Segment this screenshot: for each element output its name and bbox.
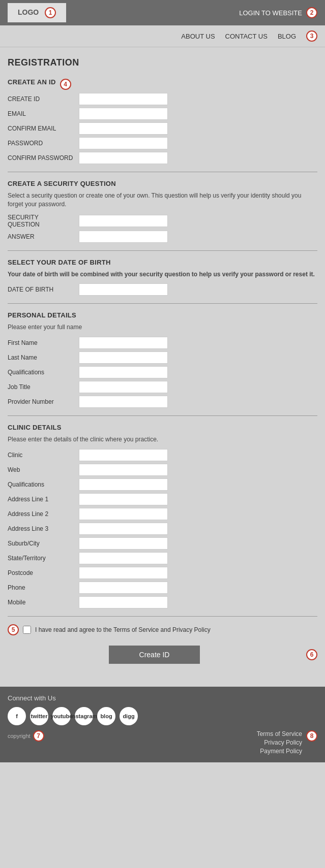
payment-policy-link[interactable]: Payment Policy xyxy=(260,748,302,755)
divider-2 xyxy=(8,250,317,251)
input-web[interactable] xyxy=(79,464,168,476)
label-email: EMAIL xyxy=(8,110,79,117)
input-qualifications[interactable] xyxy=(79,366,168,378)
input-confirm-password[interactable] xyxy=(79,152,168,164)
field-row-first-name: First Name xyxy=(8,337,317,349)
field-row-create-id: CREATE ID xyxy=(8,93,317,105)
create-id-title: CREATE AN ID xyxy=(8,78,56,86)
input-suburb[interactable] xyxy=(79,537,168,550)
header: LOGO 1 LOGIN TO WEBSITE 2 xyxy=(0,0,325,25)
dob-section: SELECT YOUR DATE OF BIRTH Your date of b… xyxy=(8,259,317,296)
input-address3[interactable] xyxy=(79,523,168,535)
clinic-desc: Please enter the details of the clinic w… xyxy=(8,435,317,444)
submit-badge: 6 xyxy=(306,649,317,660)
social-youtube[interactable]: youtube xyxy=(52,707,71,725)
input-address1[interactable] xyxy=(79,493,168,505)
terms-label: I have read and agree to the Terms of Se… xyxy=(35,626,211,633)
input-provider-number[interactable] xyxy=(79,396,168,408)
input-email[interactable] xyxy=(79,108,168,120)
login-area[interactable]: LOGIN TO WEBSITE 2 xyxy=(239,7,317,18)
nav-about-us[interactable]: ABOUT US xyxy=(181,33,215,40)
login-link[interactable]: LOGIN TO WEBSITE xyxy=(239,9,302,17)
field-row-web: Web xyxy=(8,464,317,476)
field-row-email: EMAIL xyxy=(8,108,317,120)
social-digg[interactable]: digg xyxy=(120,707,138,725)
footer-links: Terms of Service Privacy Policy Payment … xyxy=(257,730,302,755)
field-row-clinic: Clinic xyxy=(8,449,317,461)
dob-title: SELECT YOUR DATE OF BIRTH xyxy=(8,259,317,266)
footer-bottom: copyright 7 Terms of Service Privacy Pol… xyxy=(8,730,317,755)
connect-title: Connect with Us xyxy=(8,694,317,702)
input-password[interactable] xyxy=(79,137,168,149)
label-address2: Address Line 2 xyxy=(8,510,79,518)
terms-row: 5 I have read and agree to the Terms of … xyxy=(8,624,317,635)
input-mobile[interactable] xyxy=(79,596,168,608)
field-row-job-title: Job Title xyxy=(8,381,317,393)
page-title: REGISTRATION xyxy=(8,57,317,68)
footer-badge: 8 xyxy=(306,730,317,742)
input-security-question[interactable] xyxy=(79,215,168,227)
personal-desc: Please enter your full name xyxy=(8,323,317,332)
label-provider-number: Provider Number xyxy=(8,398,79,405)
field-row-provider-number: Provider Number xyxy=(8,396,317,408)
label-address1: Address Line 1 xyxy=(8,496,79,503)
field-row-address3: Address Line 3 xyxy=(8,523,317,535)
input-state[interactable] xyxy=(79,552,168,564)
field-row-mobile: Mobile xyxy=(8,596,317,608)
field-row-postcode: Postcode xyxy=(8,567,317,579)
create-id-button[interactable]: Create ID xyxy=(109,646,200,664)
label-suburb: Suburb/City xyxy=(8,540,79,547)
clinic-title: CLINIC DETAILS xyxy=(8,424,317,431)
label-address3: Address Line 3 xyxy=(8,525,79,532)
field-row-phone: Phone xyxy=(8,582,317,594)
social-facebook[interactable]: f xyxy=(8,707,26,725)
label-clinic-qualifications: Qualifications xyxy=(8,481,79,488)
field-row-qualifications: Qualifications xyxy=(8,366,317,378)
logo: LOGO 1 xyxy=(8,3,66,22)
input-clinic-qualifications[interactable] xyxy=(79,478,168,491)
label-first-name: First Name xyxy=(8,339,79,346)
label-clinic: Clinic xyxy=(8,452,79,459)
social-blog[interactable]: blog xyxy=(97,707,115,725)
terms-of-service-link[interactable]: Terms of Service xyxy=(257,730,302,737)
input-dob[interactable] xyxy=(79,283,168,296)
input-confirm-email[interactable] xyxy=(79,122,168,135)
social-instagram[interactable]: instagram xyxy=(75,707,93,725)
nav-contact-us[interactable]: CONTACT US xyxy=(225,33,268,40)
input-clinic[interactable] xyxy=(79,449,168,461)
social-row: f twitter youtube instagram blog digg xyxy=(8,707,317,725)
field-row-last-name: Last Name xyxy=(8,351,317,364)
input-job-title[interactable] xyxy=(79,381,168,393)
logo-badge: 1 xyxy=(45,7,56,18)
nav-badge: 3 xyxy=(306,30,317,42)
label-web: Web xyxy=(8,466,79,473)
field-row-clinic-qualifications: Qualifications xyxy=(8,478,317,491)
field-row-security-question: SECURITYQUESTION xyxy=(8,214,317,228)
label-dob: DATE OF BIRTH xyxy=(8,286,79,293)
label-state: State/Territory xyxy=(8,555,79,562)
input-first-name[interactable] xyxy=(79,337,168,349)
label-job-title: Job Title xyxy=(8,383,79,391)
terms-checkbox[interactable] xyxy=(23,626,31,634)
field-row-password: PASSWORD xyxy=(8,137,317,149)
field-row-confirm-email: CONFIRM EMAIL xyxy=(8,122,317,135)
input-address2[interactable] xyxy=(79,508,168,520)
input-phone[interactable] xyxy=(79,582,168,594)
input-answer[interactable] xyxy=(79,231,168,243)
input-postcode[interactable] xyxy=(79,567,168,579)
divider-1 xyxy=(8,172,317,172)
personal-section: PERSONAL DETAILS Please enter your full … xyxy=(8,311,317,408)
label-security-question: SECURITYQUESTION xyxy=(8,214,79,228)
nav-blog[interactable]: BLOG xyxy=(278,33,296,40)
copyright-badge: 7 xyxy=(33,730,44,742)
privacy-policy-link[interactable]: Privacy Policy xyxy=(264,739,302,746)
clinic-section: CLINIC DETAILS Please enter the details … xyxy=(8,424,317,608)
input-create-id[interactable] xyxy=(79,93,168,105)
label-qualifications: Qualifications xyxy=(8,369,79,376)
copyright-text: copyright xyxy=(8,733,31,739)
label-confirm-email: CONFIRM EMAIL xyxy=(8,125,79,132)
label-create-id: CREATE ID xyxy=(8,95,79,103)
social-twitter[interactable]: twitter xyxy=(30,707,48,725)
divider-4 xyxy=(8,415,317,416)
input-last-name[interactable] xyxy=(79,351,168,364)
